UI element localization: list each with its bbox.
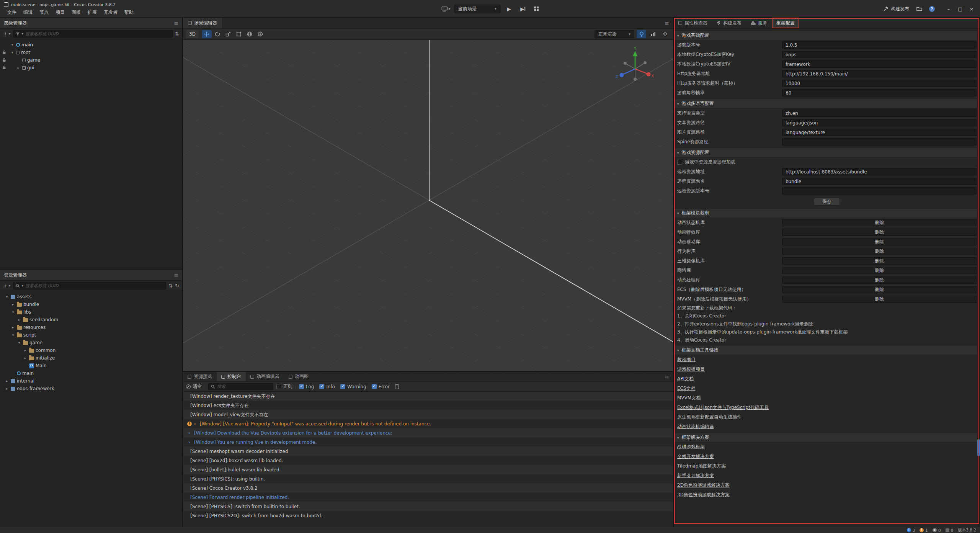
field-input[interactable] <box>782 178 977 185</box>
scrollbar-track[interactable] <box>977 29 980 527</box>
section-header-language[interactable]: 游戏多语言配置 <box>674 99 980 108</box>
save-button[interactable]: 保存 <box>814 198 840 206</box>
menu-item[interactable]: 开发者 <box>100 8 121 16</box>
log-row[interactable]: [Scene] [PHYSICS]: using builtin. <box>183 474 673 484</box>
stats-icon[interactable] <box>648 30 658 38</box>
inspector-tab[interactable]: 框架配置 <box>772 18 799 28</box>
info-count[interactable]: i 3 <box>907 528 915 533</box>
scene-select[interactable]: 当前场景 ▾ <box>454 5 500 13</box>
console-tab[interactable]: 资源预览 <box>183 372 217 381</box>
asset-node-row[interactable]: seedrandom <box>0 316 182 324</box>
expand-collapse-icon[interactable]: ⇅ <box>175 31 179 37</box>
hierarchy-node-row[interactable]: game <box>0 56 182 64</box>
delete-module-button[interactable]: 删除 <box>782 286 977 293</box>
layout-grid-icon[interactable] <box>534 7 539 11</box>
gear-icon[interactable]: ⚙ <box>660 30 670 38</box>
field-input[interactable] <box>782 138 977 146</box>
dimension-toggle-button[interactable]: 3D <box>186 30 199 38</box>
log-row[interactable]: [Scene] Cocos Creator v3.8.2 <box>183 484 673 493</box>
device-preview-icon[interactable]: ▾ <box>441 7 451 11</box>
asset-node-row[interactable]: initialize <box>0 354 182 362</box>
log-row[interactable]: [Window] render_texture文件夹不存在 <box>183 392 673 401</box>
axis-gizmo[interactable]: Y X Z <box>613 46 655 88</box>
expand-caret-icon[interactable] <box>194 421 198 427</box>
lock-icon[interactable] <box>2 58 7 63</box>
minimize-button[interactable]: – <box>943 4 954 14</box>
log-row[interactable]: [Window] model_view文件夹不存在 <box>183 410 673 419</box>
regex-checkbox[interactable]: 正则 <box>276 383 292 390</box>
field-input[interactable] <box>782 80 977 87</box>
log-row[interactable]: [Scene] [PHYSICS]: switch from builtin t… <box>183 502 673 511</box>
panel-menu-icon[interactable]: ≡ <box>174 272 178 278</box>
warning-count[interactable]: ! 1 <box>920 528 928 533</box>
log-row[interactable]: [Window] Download the Vue Devtools exten… <box>183 428 673 438</box>
expand-arrow-icon[interactable] <box>16 66 21 70</box>
rotate-tool-icon[interactable] <box>213 30 222 38</box>
expand-arrow-icon[interactable] <box>23 356 28 360</box>
doc-link[interactable]: 原生包热更新配置自动生成插件 <box>677 414 742 420</box>
delete-module-button[interactable]: 删除 <box>782 296 977 303</box>
expand-arrow-icon[interactable] <box>10 51 15 54</box>
delete-module-button[interactable]: 删除 <box>782 248 977 255</box>
console-tab[interactable]: 动画图 <box>284 372 313 381</box>
build-publish-button[interactable]: 构建发布 <box>883 6 909 12</box>
solution-link[interactable]: 新手引导解决方案 <box>677 473 714 479</box>
log-row[interactable]: [Scene] [box2d]:box2d wasm lib loaded. <box>183 456 673 465</box>
menu-item[interactable]: 扩展 <box>84 8 100 16</box>
refresh-icon[interactable]: ↻ <box>175 283 179 289</box>
create-asset-button[interactable]: ＋▾ <box>3 282 11 289</box>
menu-item[interactable]: 项目 <box>52 8 68 16</box>
lock-icon[interactable] <box>2 65 7 71</box>
lock-icon[interactable] <box>2 50 7 56</box>
log-filter-checkbox[interactable]: Warning <box>340 384 366 389</box>
asset-node-row[interactable]: libs <box>0 308 182 316</box>
asset-node-row[interactable]: main <box>0 370 182 377</box>
maximize-button[interactable]: ▢ <box>955 4 965 14</box>
solution-link[interactable]: 战棋游戏框架 <box>677 444 705 450</box>
log-row[interactable]: [Scene] Forward render pipeline initiali… <box>183 493 673 502</box>
doc-link[interactable]: 动画状态机编辑器 <box>677 423 714 430</box>
menu-item[interactable]: 帮助 <box>121 8 137 16</box>
log-row[interactable]: [Scene] [PHYSICS2D]: switch from box2d-w… <box>183 511 673 520</box>
field-input[interactable] <box>782 119 977 126</box>
scrollbar-thumb[interactable] <box>977 439 980 456</box>
asset-node-row[interactable]: oops-framework <box>0 385 182 392</box>
expand-arrow-icon[interactable] <box>11 325 15 329</box>
expand-arrow-icon[interactable] <box>11 302 15 306</box>
panel-menu-icon[interactable]: ≡ <box>665 20 669 26</box>
field-input[interactable] <box>782 70 977 77</box>
asset-node-row[interactable]: game <box>0 339 182 347</box>
field-input[interactable] <box>782 60 977 68</box>
menu-item[interactable]: 编辑 <box>20 8 36 16</box>
expand-arrow-icon[interactable] <box>10 43 15 47</box>
doc-link[interactable]: Excel格式转Json文件与TypeScript代码工具 <box>677 404 769 411</box>
export-log-icon[interactable] <box>395 384 399 389</box>
field-input[interactable] <box>782 41 977 49</box>
create-node-button[interactable]: ＋▾ <box>3 30 11 37</box>
pivot-toggle-icon[interactable] <box>256 30 265 38</box>
hierarchy-search-input[interactable] <box>25 31 170 36</box>
inspector-tab[interactable]: 属性检查器 <box>674 18 712 28</box>
delete-module-button[interactable]: 删除 <box>782 219 977 226</box>
play-button[interactable]: ▶ <box>504 5 514 13</box>
asset-node-row[interactable]: assets <box>0 293 182 301</box>
checkbox-box[interactable] <box>677 160 682 165</box>
field-input[interactable] <box>782 129 977 136</box>
solution-link[interactable]: 2D角色扮演游戏解决方案 <box>677 482 730 489</box>
delete-module-button[interactable]: 删除 <box>782 276 977 284</box>
step-button[interactable]: ▶ <box>518 5 528 13</box>
solution-link[interactable]: 全栈开发解决方案 <box>677 453 714 460</box>
field-input[interactable] <box>782 89 977 96</box>
menu-item[interactable]: 节点 <box>36 8 52 16</box>
hierarchy-node-row[interactable]: main <box>0 41 182 49</box>
section-header-solutions[interactable]: 框架解决方案 <box>674 433 980 442</box>
folder-icon[interactable] <box>915 4 924 13</box>
expand-arrow-icon[interactable] <box>5 295 9 299</box>
expand-arrow-icon[interactable] <box>5 387 9 391</box>
delete-module-button[interactable]: 删除 <box>782 267 977 274</box>
sort-assets-icon[interactable]: ⇅ <box>168 283 173 289</box>
scene-viewport[interactable]: Y X Z <box>183 40 673 371</box>
expand-arrow-icon[interactable] <box>17 318 21 322</box>
hierarchy-search-box[interactable]: ▾ <box>13 30 173 38</box>
log-filter-checkbox[interactable]: Log <box>299 384 314 389</box>
